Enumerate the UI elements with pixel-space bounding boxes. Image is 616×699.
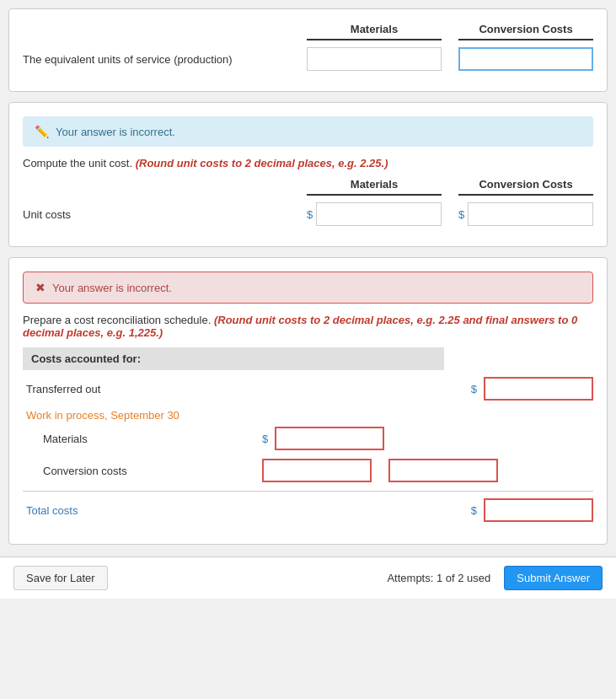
transferred-out-input[interactable] (484, 377, 593, 401)
unit-cost-conversion-input[interactable] (468, 202, 593, 226)
unit-cost-materials-cell: $ (307, 202, 442, 226)
attempts-text: Attempts: 1 of 2 used (387, 572, 490, 584)
alert-danger-section3: ✖ Your answer is incorrect. (23, 272, 593, 304)
instruction-highlight-2: (Round unit costs to 2 decimal places, e… (136, 157, 388, 169)
dollar-materials: $ (262, 433, 268, 445)
alert-info-section2: ✏️ Your answer is incorrect. (23, 116, 593, 147)
instruction-section3: Prepare a cost reconciliation schedule. … (23, 314, 593, 339)
dollar-sign-mat: $ (307, 208, 313, 221)
col-header-conversion-2: Conversion Costs (458, 178, 593, 196)
total-costs-input[interactable] (484, 498, 593, 522)
col-header-conversion-1: Conversion Costs (458, 23, 593, 40)
footer: Save for Later Attempts: 1 of 2 used Sub… (0, 557, 616, 599)
total-costs-label: Total costs (26, 504, 228, 517)
dollar-sign-conv: $ (458, 208, 464, 221)
unit-cost-materials-input[interactable] (316, 202, 442, 226)
equiv-units-conversion-cell (458, 47, 593, 71)
conversion-input-1[interactable] (262, 459, 372, 482)
save-later-button[interactable]: Save for Later (13, 566, 108, 590)
costs-accounted-header: Costs accounted for: (23, 347, 444, 370)
instruction-section2: Compute the unit cost. (Round unit costs… (23, 157, 593, 169)
x-icon: ✖ (35, 281, 46, 294)
transferred-out-row: Transferred out $ (23, 377, 593, 401)
conversion-costs-row: Conversion costs (23, 459, 593, 482)
alert-info-text: Your answer is incorrect. (56, 126, 175, 138)
dollar-transferred: $ (471, 383, 477, 395)
wip-label: Work in process, September 30 (23, 409, 593, 422)
materials-wip-input[interactable] (275, 427, 384, 450)
conversion-costs-label: Conversion costs (26, 465, 228, 477)
equiv-units-label: The equivalent units of service (product… (23, 53, 290, 66)
pencil-icon: ✏️ (35, 125, 49, 138)
alert-danger-text: Your answer is incorrect. (52, 282, 172, 294)
transferred-out-label: Transferred out (26, 383, 228, 395)
col-header-materials-1: Materials (307, 23, 442, 40)
equiv-units-materials-input[interactable] (307, 47, 442, 71)
equiv-units-conversion-input[interactable] (458, 47, 593, 71)
dollar-total: $ (471, 504, 477, 517)
unit-cost-conversion-cell: $ (458, 202, 593, 226)
conversion-input-2[interactable] (388, 459, 498, 482)
materials-row: Materials $ (23, 427, 593, 450)
submit-answer-button[interactable]: Submit Answer (504, 566, 603, 590)
materials-label: Materials (26, 433, 228, 445)
equiv-units-materials-cell (307, 47, 442, 71)
total-costs-row: Total costs $ (23, 498, 593, 522)
col-header-materials-2: Materials (307, 178, 442, 196)
unit-costs-label: Unit costs (23, 208, 290, 221)
